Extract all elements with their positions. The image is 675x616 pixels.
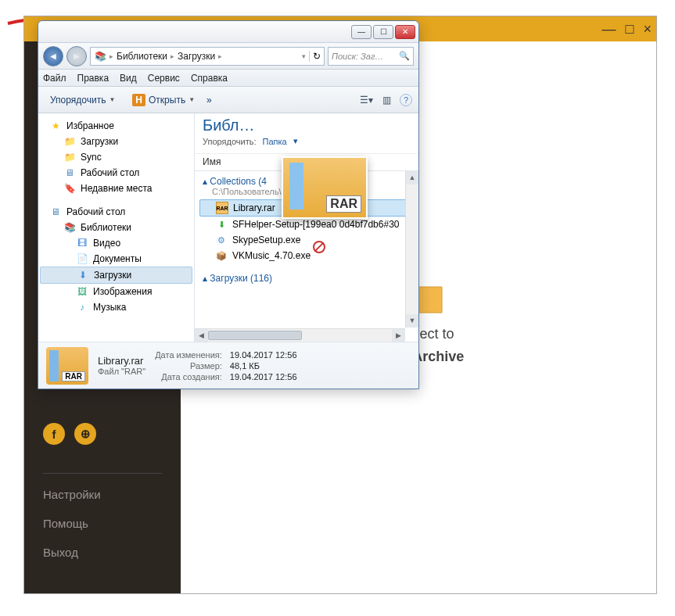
group-path: C:\Пользователь\АПК\Roami… bbox=[199, 187, 414, 199]
scrollbar-horizontal[interactable]: ◀▶ bbox=[195, 328, 405, 342]
sort-value[interactable]: Папка bbox=[263, 137, 287, 146]
rar-file-icon: RAR bbox=[46, 347, 88, 385]
chevron-right-icon: ▸ bbox=[171, 52, 174, 60]
folder-icon: 📁 bbox=[63, 135, 76, 148]
explorer-address-bar: ◄ ► 📚 ▸ Библиотеки ▸ Загрузки ▸ ▾ ↻ Поис… bbox=[38, 43, 418, 70]
downloads-icon: ⬇ bbox=[77, 269, 89, 281]
chevron-down-icon[interactable]: ▾ bbox=[293, 136, 298, 146]
folder-icon: 📁 bbox=[63, 151, 76, 163]
tree-music[interactable]: ♪Музыка bbox=[40, 299, 192, 315]
file-row[interactable]: 📦VKMusic_4.70.exe bbox=[199, 248, 414, 263]
chevron-right-icon: ▸ bbox=[218, 52, 222, 60]
group-collections[interactable]: ▴ Collections (4 bbox=[199, 173, 414, 187]
details-modified-label: Дата изменения: bbox=[155, 350, 222, 360]
search-input[interactable]: Поиск: Заг… 🔍 bbox=[328, 47, 414, 66]
breadcrumb-item[interactable]: Библиотеки bbox=[117, 51, 167, 62]
close-button[interactable]: × bbox=[643, 21, 652, 38]
open-button[interactable]: H Открыть▼ bbox=[127, 91, 200, 109]
details-modified-value: 19.04.2017 12:56 bbox=[230, 350, 297, 360]
help-icon[interactable]: ? bbox=[400, 94, 412, 106]
explorer-file-list: Библ… Упорядочить: Папка ▾ Имя ▴ Collect… bbox=[195, 113, 418, 342]
settings-link[interactable]: Настройки bbox=[43, 488, 162, 501]
menu-file[interactable]: Файл bbox=[43, 73, 66, 84]
organize-button[interactable]: Упорядочить▼ bbox=[45, 91, 120, 109]
tree-video[interactable]: 🎞Видео bbox=[40, 235, 192, 251]
desktop-icon: 🖥 bbox=[49, 206, 62, 218]
explorer-menu-bar: Файл Правка Вид Сервис Справка bbox=[38, 70, 418, 87]
tree-favorites[interactable]: ★Избранное bbox=[40, 118, 192, 134]
tree-downloads[interactable]: 📁Загрузки bbox=[40, 134, 192, 149]
search-icon[interactable]: 🔍 bbox=[399, 51, 410, 61]
globe-icon[interactable]: ⊕ bbox=[74, 423, 96, 445]
facebook-icon[interactable]: f bbox=[43, 423, 65, 445]
forward-button[interactable]: ► bbox=[66, 46, 87, 66]
search-placeholder: Поиск: Заг… bbox=[332, 52, 383, 61]
music-icon: ♪ bbox=[76, 301, 88, 313]
details-size-label: Размер: bbox=[155, 361, 222, 371]
tree-desktop-root[interactable]: 🖥Рабочий стол bbox=[40, 204, 192, 220]
tree-documents[interactable]: 📄Документы bbox=[40, 251, 192, 267]
details-filetype: Файл "RAR" bbox=[98, 367, 145, 376]
installer-icon: 📦 bbox=[215, 249, 228, 262]
explorer-details-pane: RAR Library.rar Файл "RAR" Дата изменени… bbox=[38, 342, 418, 389]
download-icon: ⬇ bbox=[215, 218, 228, 231]
libraries-icon: 📚 bbox=[94, 50, 106, 63]
group-downloads[interactable]: ▴ Загрузки (116) bbox=[199, 270, 414, 284]
back-button[interactable]: ◄ bbox=[43, 46, 63, 66]
star-icon: ★ bbox=[49, 120, 62, 132]
documents-icon: 📄 bbox=[76, 252, 88, 265]
exit-link[interactable]: Выход bbox=[43, 546, 162, 559]
breadcrumb-item[interactable]: Загрузки bbox=[178, 51, 215, 62]
tree-sync[interactable]: 📁Sync bbox=[40, 149, 192, 165]
explorer-titlebar[interactable]: — ☐ ✕ bbox=[38, 21, 418, 43]
refresh-button[interactable]: ↻ bbox=[309, 51, 321, 62]
explorer-toolbar: Упорядочить▼ H Открыть▼ » ☰▾ ▥ ? bbox=[38, 87, 418, 113]
menu-edit[interactable]: Правка bbox=[77, 73, 110, 84]
explorer-minimize-button[interactable]: — bbox=[351, 25, 372, 39]
rar-icon: RAR bbox=[216, 202, 228, 214]
explorer-close-button[interactable]: ✕ bbox=[395, 25, 415, 39]
recent-icon: 🔖 bbox=[63, 182, 76, 195]
tree-recent[interactable]: 🔖Недавние места bbox=[40, 181, 192, 196]
file-row[interactable]: ⚙SkypeSetup.exe bbox=[199, 232, 414, 248]
list-title: Библ… bbox=[203, 116, 255, 134]
more-button[interactable]: » bbox=[206, 95, 212, 106]
tree-desktop[interactable]: 🖥Рабочий стол bbox=[40, 165, 192, 181]
view-mode-button[interactable]: ☰▾ bbox=[359, 93, 373, 107]
file-row[interactable]: ⬇SFHelper-Setup-[199ea0 0d4bf7db6#30 bbox=[199, 217, 414, 232]
open-badge-icon: H bbox=[132, 94, 145, 106]
maximize-button[interactable]: □ bbox=[626, 21, 634, 38]
column-header-name[interactable]: Имя bbox=[195, 154, 418, 171]
tree-libraries[interactable]: 📚Библиотеки bbox=[40, 220, 192, 235]
exe-icon: ⚙ bbox=[215, 234, 228, 246]
chevron-right-icon: ▸ bbox=[110, 52, 113, 60]
explorer-window: — ☐ ✕ ◄ ► 📚 ▸ Библиотеки ▸ Загрузки ▸ ▾ … bbox=[38, 20, 419, 389]
tree-images[interactable]: 🖼Изображения bbox=[40, 284, 192, 299]
video-icon: 🎞 bbox=[76, 237, 88, 249]
file-row-library-rar[interactable]: RARLibrary.rar bbox=[199, 199, 414, 217]
breadcrumb[interactable]: 📚 ▸ Библиотеки ▸ Загрузки ▸ ▾ ↻ bbox=[90, 47, 325, 66]
explorer-maximize-button[interactable]: ☐ bbox=[373, 25, 393, 39]
details-created-label: Дата создания: bbox=[155, 372, 222, 381]
tree-downloads-selected[interactable]: ⬇Загрузки bbox=[40, 267, 192, 284]
help-link[interactable]: Помощь bbox=[43, 517, 162, 530]
details-created-value: 19.04.2017 12:56 bbox=[230, 372, 297, 381]
menu-tools[interactable]: Сервис bbox=[148, 73, 180, 84]
minimize-button[interactable]: — bbox=[602, 21, 616, 38]
details-filename: Library.rar bbox=[98, 355, 145, 367]
chevron-down-icon[interactable]: ▾ bbox=[302, 52, 306, 60]
libraries-icon: 📚 bbox=[63, 221, 76, 234]
desktop-icon: 🖥 bbox=[63, 167, 76, 179]
preview-pane-button[interactable]: ▥ bbox=[379, 93, 393, 107]
images-icon: 🖼 bbox=[76, 285, 88, 298]
explorer-tree[interactable]: ★Избранное 📁Загрузки 📁Sync 🖥Рабочий стол… bbox=[38, 113, 195, 342]
sort-label: Упорядочить: bbox=[203, 137, 257, 146]
scrollbar-vertical[interactable]: ▲▼ bbox=[405, 171, 418, 328]
menu-help[interactable]: Справка bbox=[191, 73, 228, 84]
menu-view[interactable]: Вид bbox=[120, 73, 137, 84]
details-size-value: 48,1 КБ bbox=[230, 361, 297, 371]
